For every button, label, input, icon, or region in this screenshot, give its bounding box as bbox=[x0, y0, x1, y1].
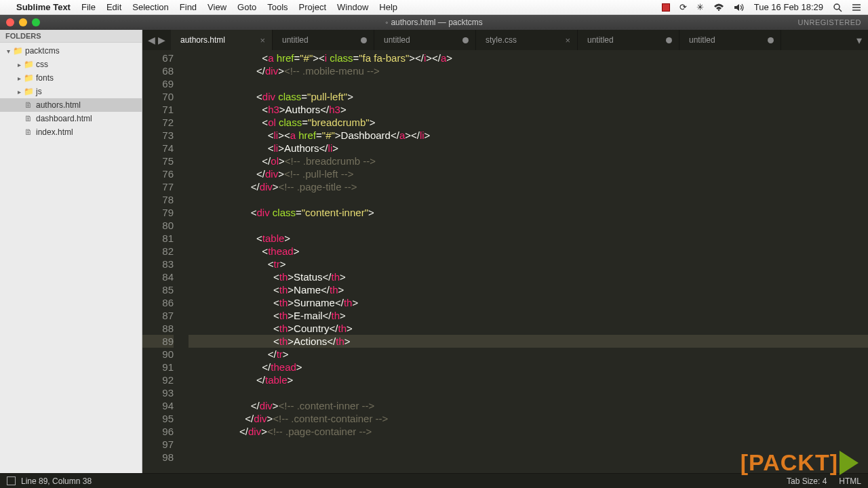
tab-bar: ◀ ▶ authors.html×untitleduntitledstyle.c… bbox=[142, 30, 868, 50]
code-area[interactable]: <a href="#"><i class="fa fa-bars"></i></… bbox=[182, 50, 868, 473]
file-dashboard-html[interactable]: 🗎dashboard.html bbox=[0, 112, 142, 125]
menu-tools[interactable]: Tools bbox=[267, 2, 288, 12]
menu-find[interactable]: Find bbox=[180, 2, 197, 12]
record-icon[interactable] bbox=[662, 3, 670, 12]
tab-overflow-button[interactable]: ▾ bbox=[850, 30, 868, 50]
folder-css[interactable]: ▸📁css bbox=[0, 58, 142, 71]
svg-point-0 bbox=[834, 4, 840, 9]
tab-3[interactable]: style.css× bbox=[476, 30, 578, 50]
menu-icon[interactable] bbox=[852, 3, 861, 12]
close-window-button[interactable] bbox=[6, 18, 14, 26]
folder-packtcms[interactable]: ▾📁packtcms bbox=[0, 44, 142, 58]
tab-4[interactable]: untitled bbox=[578, 30, 679, 50]
app-name[interactable]: Sublime Text bbox=[16, 2, 71, 12]
dirty-dot-icon bbox=[462, 37, 469, 43]
dirty-dot-icon bbox=[361, 37, 367, 43]
folder-fonts[interactable]: ▸📁fonts bbox=[0, 71, 142, 85]
close-tab-icon[interactable]: × bbox=[260, 35, 265, 45]
bluetooth-icon[interactable]: ✳ bbox=[696, 2, 704, 12]
tab-size-button[interactable]: Tab Size: 4 bbox=[787, 476, 827, 486]
syntax-button[interactable]: HTML bbox=[839, 476, 861, 486]
window-title: ◦authors.html — packtcms bbox=[0, 18, 868, 27]
close-tab-icon[interactable]: × bbox=[565, 35, 570, 45]
menu-window[interactable]: Window bbox=[337, 2, 368, 12]
status-panel-icon[interactable] bbox=[7, 476, 16, 485]
dirty-dot-icon bbox=[666, 37, 672, 43]
sidebar: FOLDERS ▾📁packtcms▸📁css▸📁fonts▸📁js🗎autho… bbox=[0, 30, 142, 473]
tab-5[interactable]: untitled bbox=[679, 30, 781, 50]
line-number-gutter: 6768697071727374757677787980818283848586… bbox=[142, 50, 182, 473]
code-editor[interactable]: 6768697071727374757677787980818283848586… bbox=[142, 50, 868, 473]
menu-view[interactable]: View bbox=[208, 2, 226, 12]
status-bar: Line 89, Column 38 Tab Size: 4 HTML bbox=[0, 473, 868, 488]
file-index-html[interactable]: 🗎index.html bbox=[0, 125, 142, 139]
window-titlebar: ◦authors.html — packtcms UNREGISTERED bbox=[0, 15, 868, 30]
tab-0[interactable]: authors.html× bbox=[171, 30, 273, 50]
zoom-window-button[interactable] bbox=[32, 18, 40, 26]
tab-history-nav: ◀ ▶ bbox=[142, 30, 171, 50]
menu-file[interactable]: File bbox=[81, 2, 96, 12]
menubar-clock[interactable]: Tue 16 Feb 18:29 bbox=[754, 2, 823, 12]
svg-line-1 bbox=[839, 9, 842, 12]
tab-forward-button[interactable]: ▶ bbox=[157, 35, 167, 45]
tab-1[interactable]: untitled bbox=[273, 30, 374, 50]
volume-icon[interactable] bbox=[734, 3, 745, 12]
folder-js[interactable]: ▸📁js bbox=[0, 85, 142, 98]
file-authors-html[interactable]: 🗎authors.html bbox=[0, 98, 142, 112]
tab-back-button[interactable]: ◀ bbox=[146, 35, 157, 45]
menu-selection[interactable]: Selection bbox=[132, 2, 168, 12]
wifi-icon[interactable] bbox=[713, 3, 724, 12]
menu-edit[interactable]: Edit bbox=[106, 2, 121, 12]
dirty-dot-icon bbox=[768, 37, 774, 43]
tab-2[interactable]: untitled bbox=[374, 30, 476, 50]
spotlight-icon[interactable] bbox=[833, 3, 842, 12]
unregistered-label: UNREGISTERED bbox=[798, 18, 861, 26]
traffic-lights bbox=[0, 18, 40, 26]
menu-goto[interactable]: Goto bbox=[237, 2, 256, 12]
macos-menubar: Sublime Text FileEditSelectionFindViewGo… bbox=[0, 0, 868, 15]
menu-help[interactable]: Help bbox=[379, 2, 397, 12]
sidebar-header: FOLDERS bbox=[0, 30, 142, 43]
minimize-window-button[interactable] bbox=[19, 18, 27, 26]
menu-project[interactable]: Project bbox=[299, 2, 326, 12]
cursor-position[interactable]: Line 89, Column 38 bbox=[21, 476, 92, 486]
sync-icon[interactable]: ⟳ bbox=[679, 2, 687, 12]
